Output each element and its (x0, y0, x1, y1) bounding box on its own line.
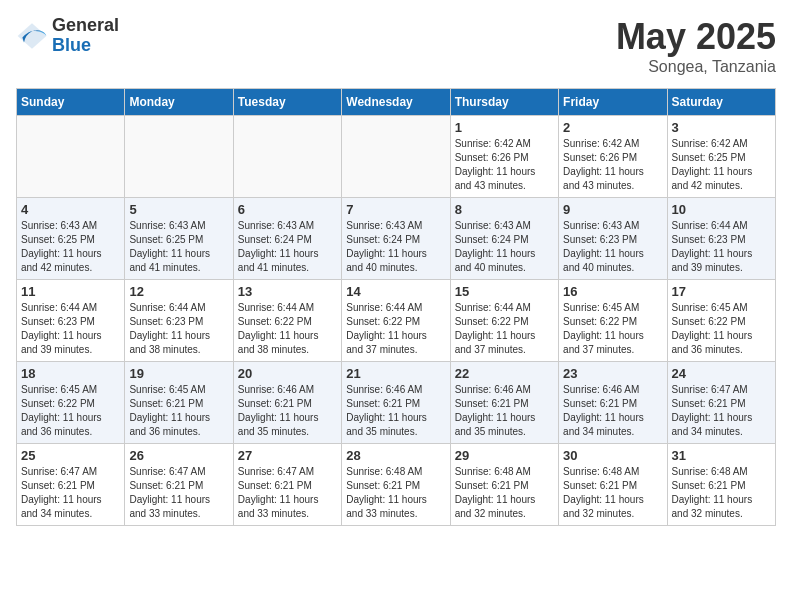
calendar-cell: 25Sunrise: 6:47 AM Sunset: 6:21 PM Dayli… (17, 444, 125, 526)
day-number: 3 (672, 120, 771, 135)
calendar-cell: 17Sunrise: 6:45 AM Sunset: 6:22 PM Dayli… (667, 280, 775, 362)
day-number: 11 (21, 284, 120, 299)
logo-text: General Blue (52, 16, 119, 56)
day-number: 15 (455, 284, 554, 299)
day-number: 23 (563, 366, 662, 381)
calendar-cell: 14Sunrise: 6:44 AM Sunset: 6:22 PM Dayli… (342, 280, 450, 362)
day-number: 22 (455, 366, 554, 381)
day-number: 10 (672, 202, 771, 217)
calendar-cell: 24Sunrise: 6:47 AM Sunset: 6:21 PM Dayli… (667, 362, 775, 444)
calendar-cell (125, 116, 233, 198)
calendar-cell: 23Sunrise: 6:46 AM Sunset: 6:21 PM Dayli… (559, 362, 667, 444)
day-info: Sunrise: 6:44 AM Sunset: 6:23 PM Dayligh… (21, 301, 120, 357)
day-info: Sunrise: 6:43 AM Sunset: 6:23 PM Dayligh… (563, 219, 662, 275)
weekday-header-thursday: Thursday (450, 89, 558, 116)
day-info: Sunrise: 6:46 AM Sunset: 6:21 PM Dayligh… (346, 383, 445, 439)
calendar-cell: 7Sunrise: 6:43 AM Sunset: 6:24 PM Daylig… (342, 198, 450, 280)
day-number: 26 (129, 448, 228, 463)
day-number: 1 (455, 120, 554, 135)
calendar-cell: 28Sunrise: 6:48 AM Sunset: 6:21 PM Dayli… (342, 444, 450, 526)
calendar-cell: 20Sunrise: 6:46 AM Sunset: 6:21 PM Dayli… (233, 362, 341, 444)
day-info: Sunrise: 6:43 AM Sunset: 6:24 PM Dayligh… (346, 219, 445, 275)
day-number: 31 (672, 448, 771, 463)
day-number: 24 (672, 366, 771, 381)
week-row-1: 1Sunrise: 6:42 AM Sunset: 6:26 PM Daylig… (17, 116, 776, 198)
day-number: 12 (129, 284, 228, 299)
page-header: General Blue May 2025 Songea, Tanzania (16, 16, 776, 76)
day-info: Sunrise: 6:44 AM Sunset: 6:22 PM Dayligh… (346, 301, 445, 357)
calendar-cell: 27Sunrise: 6:47 AM Sunset: 6:21 PM Dayli… (233, 444, 341, 526)
day-info: Sunrise: 6:43 AM Sunset: 6:25 PM Dayligh… (21, 219, 120, 275)
calendar-location: Songea, Tanzania (616, 58, 776, 76)
calendar-cell: 6Sunrise: 6:43 AM Sunset: 6:24 PM Daylig… (233, 198, 341, 280)
day-number: 5 (129, 202, 228, 217)
calendar-cell: 1Sunrise: 6:42 AM Sunset: 6:26 PM Daylig… (450, 116, 558, 198)
week-row-3: 11Sunrise: 6:44 AM Sunset: 6:23 PM Dayli… (17, 280, 776, 362)
day-number: 20 (238, 366, 337, 381)
calendar-cell: 30Sunrise: 6:48 AM Sunset: 6:21 PM Dayli… (559, 444, 667, 526)
calendar-cell: 2Sunrise: 6:42 AM Sunset: 6:26 PM Daylig… (559, 116, 667, 198)
title-block: May 2025 Songea, Tanzania (616, 16, 776, 76)
weekday-header-wednesday: Wednesday (342, 89, 450, 116)
day-number: 25 (21, 448, 120, 463)
day-info: Sunrise: 6:48 AM Sunset: 6:21 PM Dayligh… (346, 465, 445, 521)
day-number: 2 (563, 120, 662, 135)
day-number: 4 (21, 202, 120, 217)
day-info: Sunrise: 6:42 AM Sunset: 6:26 PM Dayligh… (455, 137, 554, 193)
logo-blue-text: Blue (52, 36, 119, 56)
calendar-cell (342, 116, 450, 198)
calendar-cell: 5Sunrise: 6:43 AM Sunset: 6:25 PM Daylig… (125, 198, 233, 280)
day-info: Sunrise: 6:45 AM Sunset: 6:21 PM Dayligh… (129, 383, 228, 439)
day-info: Sunrise: 6:45 AM Sunset: 6:22 PM Dayligh… (563, 301, 662, 357)
day-number: 21 (346, 366, 445, 381)
week-row-4: 18Sunrise: 6:45 AM Sunset: 6:22 PM Dayli… (17, 362, 776, 444)
day-info: Sunrise: 6:43 AM Sunset: 6:24 PM Dayligh… (455, 219, 554, 275)
day-info: Sunrise: 6:44 AM Sunset: 6:23 PM Dayligh… (672, 219, 771, 275)
day-number: 13 (238, 284, 337, 299)
calendar-cell: 22Sunrise: 6:46 AM Sunset: 6:21 PM Dayli… (450, 362, 558, 444)
week-row-2: 4Sunrise: 6:43 AM Sunset: 6:25 PM Daylig… (17, 198, 776, 280)
day-number: 28 (346, 448, 445, 463)
day-info: Sunrise: 6:44 AM Sunset: 6:22 PM Dayligh… (455, 301, 554, 357)
day-info: Sunrise: 6:48 AM Sunset: 6:21 PM Dayligh… (672, 465, 771, 521)
day-info: Sunrise: 6:46 AM Sunset: 6:21 PM Dayligh… (455, 383, 554, 439)
calendar-cell (233, 116, 341, 198)
weekday-header-monday: Monday (125, 89, 233, 116)
logo-general-text: General (52, 16, 119, 36)
calendar-cell: 18Sunrise: 6:45 AM Sunset: 6:22 PM Dayli… (17, 362, 125, 444)
day-info: Sunrise: 6:43 AM Sunset: 6:25 PM Dayligh… (129, 219, 228, 275)
calendar-cell: 16Sunrise: 6:45 AM Sunset: 6:22 PM Dayli… (559, 280, 667, 362)
calendar-cell: 29Sunrise: 6:48 AM Sunset: 6:21 PM Dayli… (450, 444, 558, 526)
calendar-cell: 31Sunrise: 6:48 AM Sunset: 6:21 PM Dayli… (667, 444, 775, 526)
day-number: 27 (238, 448, 337, 463)
day-info: Sunrise: 6:47 AM Sunset: 6:21 PM Dayligh… (21, 465, 120, 521)
day-info: Sunrise: 6:47 AM Sunset: 6:21 PM Dayligh… (672, 383, 771, 439)
calendar-table: SundayMondayTuesdayWednesdayThursdayFrid… (16, 88, 776, 526)
day-info: Sunrise: 6:45 AM Sunset: 6:22 PM Dayligh… (21, 383, 120, 439)
day-info: Sunrise: 6:42 AM Sunset: 6:26 PM Dayligh… (563, 137, 662, 193)
day-info: Sunrise: 6:48 AM Sunset: 6:21 PM Dayligh… (455, 465, 554, 521)
calendar-cell: 9Sunrise: 6:43 AM Sunset: 6:23 PM Daylig… (559, 198, 667, 280)
weekday-header-friday: Friday (559, 89, 667, 116)
day-info: Sunrise: 6:45 AM Sunset: 6:22 PM Dayligh… (672, 301, 771, 357)
day-number: 29 (455, 448, 554, 463)
calendar-cell (17, 116, 125, 198)
day-number: 30 (563, 448, 662, 463)
day-info: Sunrise: 6:42 AM Sunset: 6:25 PM Dayligh… (672, 137, 771, 193)
calendar-cell: 26Sunrise: 6:47 AM Sunset: 6:21 PM Dayli… (125, 444, 233, 526)
calendar-cell: 13Sunrise: 6:44 AM Sunset: 6:22 PM Dayli… (233, 280, 341, 362)
day-number: 18 (21, 366, 120, 381)
day-info: Sunrise: 6:44 AM Sunset: 6:22 PM Dayligh… (238, 301, 337, 357)
calendar-cell: 12Sunrise: 6:44 AM Sunset: 6:23 PM Dayli… (125, 280, 233, 362)
day-info: Sunrise: 6:47 AM Sunset: 6:21 PM Dayligh… (129, 465, 228, 521)
week-row-5: 25Sunrise: 6:47 AM Sunset: 6:21 PM Dayli… (17, 444, 776, 526)
logo-icon (16, 20, 48, 52)
day-info: Sunrise: 6:44 AM Sunset: 6:23 PM Dayligh… (129, 301, 228, 357)
calendar-cell: 10Sunrise: 6:44 AM Sunset: 6:23 PM Dayli… (667, 198, 775, 280)
day-info: Sunrise: 6:48 AM Sunset: 6:21 PM Dayligh… (563, 465, 662, 521)
day-info: Sunrise: 6:47 AM Sunset: 6:21 PM Dayligh… (238, 465, 337, 521)
day-info: Sunrise: 6:46 AM Sunset: 6:21 PM Dayligh… (563, 383, 662, 439)
day-number: 9 (563, 202, 662, 217)
weekday-header-saturday: Saturday (667, 89, 775, 116)
calendar-cell: 3Sunrise: 6:42 AM Sunset: 6:25 PM Daylig… (667, 116, 775, 198)
